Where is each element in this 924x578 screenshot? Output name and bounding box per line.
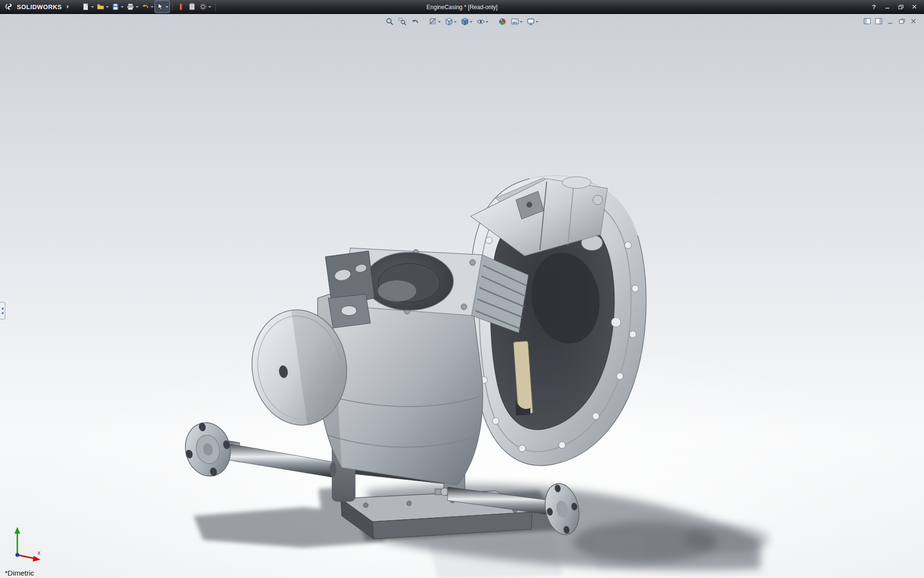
heads-up-view-toolbar — [384, 16, 540, 27]
dropdown-caret[interactable] — [136, 6, 139, 8]
dropdown-caret[interactable] — [208, 6, 211, 8]
appearance-sphere-icon — [498, 17, 507, 26]
apply-scene-icon — [511, 17, 519, 26]
minimize-icon — [886, 18, 894, 25]
toolbar-separator — [215, 2, 216, 11]
solidworks-logo: SOLIDWORKS — [0, 3, 62, 11]
document-close-button[interactable] — [909, 17, 918, 26]
options-button[interactable] — [198, 1, 212, 13]
view-orientation-cube-icon — [445, 17, 453, 26]
orientation-label: *Dimetric — [5, 569, 34, 577]
mount-lugs[interactable] — [325, 251, 374, 328]
view-orientation-button[interactable] — [443, 16, 458, 27]
pane-left-icon — [863, 18, 871, 25]
orientation-triad[interactable]: x — [8, 523, 48, 564]
close-icon — [910, 18, 917, 25]
engine-casing-model[interactable] — [159, 154, 775, 578]
open-icon — [96, 2, 105, 11]
dropdown-caret[interactable] — [520, 21, 523, 23]
minimize-button[interactable] — [882, 2, 893, 11]
dropdown-caret[interactable] — [470, 21, 473, 23]
solidworks-logo-icon — [4, 3, 14, 11]
dropdown-caret[interactable] — [486, 21, 488, 23]
window-controls: ? — [868, 2, 924, 11]
pane-right-button[interactable] — [874, 17, 884, 26]
dropdown-caret[interactable] — [121, 6, 124, 8]
apply-scene-button[interactable] — [509, 16, 524, 27]
dropdown-caret[interactable] — [438, 21, 441, 23]
dropdown-caret[interactable] — [151, 6, 154, 8]
zoom-to-area-button[interactable] — [397, 16, 408, 27]
print-icon — [126, 2, 135, 11]
toolbar-separator — [172, 2, 173, 11]
left-shaft[interactable] — [180, 417, 336, 481]
document-minimize-button[interactable] — [886, 17, 895, 26]
restore-icon — [898, 4, 904, 10]
select-button[interactable] — [155, 1, 169, 13]
new-document-icon — [81, 2, 90, 11]
document-title: EngineCasing * [Read-only] — [426, 0, 497, 14]
zoom-to-fit-icon — [385, 17, 394, 26]
expand-left-arrow-icon — [1, 312, 3, 315]
minimize-icon — [885, 4, 890, 10]
close-icon — [911, 4, 917, 10]
appearance-button[interactable] — [176, 1, 186, 13]
title-bar: SOLIDWORKS — [0, 0, 924, 14]
triad-x-label: x — [38, 550, 40, 556]
display-style-icon — [461, 17, 469, 26]
menu-expand-caret[interactable] — [67, 5, 69, 9]
pane-left-button[interactable] — [862, 17, 872, 26]
save-button[interactable] — [110, 1, 125, 13]
dropdown-caret[interactable] — [106, 6, 109, 8]
options-gear-icon — [199, 2, 207, 11]
maximize-button[interactable] — [895, 2, 907, 11]
zoom-to-fit-button[interactable] — [384, 16, 396, 27]
dropdown-caret[interactable] — [91, 6, 94, 8]
brand-name: SOLIDWORKS — [17, 3, 62, 11]
graphics-area[interactable]: x *Dimetric — [0, 14, 924, 578]
previous-view-button[interactable] — [409, 16, 421, 27]
view-settings-button[interactable] — [525, 16, 540, 27]
dropdown-caret[interactable] — [166, 6, 168, 8]
zoom-to-area-icon — [398, 17, 407, 26]
dropdown-caret[interactable] — [536, 21, 539, 23]
view-settings-monitor-icon — [526, 17, 535, 26]
help-button[interactable]: ? — [868, 2, 880, 11]
edit-appearance-button[interactable] — [497, 16, 508, 27]
section-view-icon — [429, 17, 437, 26]
pane-right-icon — [875, 18, 883, 25]
floor-reflection — [428, 533, 645, 578]
file-properties-button[interactable] — [187, 1, 197, 13]
solidworks-window: SOLIDWORKS — [0, 0, 924, 578]
print-button[interactable] — [125, 1, 140, 13]
restore-icon — [898, 18, 906, 25]
previous-view-icon — [411, 17, 419, 26]
feature-manager-collapsed-tab[interactable] — [0, 302, 5, 319]
appearance-icon — [177, 2, 185, 11]
select-arrow-icon — [156, 2, 165, 11]
undo-icon — [141, 2, 150, 11]
close-button[interactable] — [909, 2, 920, 11]
new-document-button[interactable] — [80, 1, 95, 13]
save-icon — [111, 2, 120, 11]
file-properties-icon — [188, 2, 196, 11]
eye-icon — [476, 17, 485, 26]
expand-left-arrow-icon — [1, 307, 3, 310]
document-restore-button[interactable] — [897, 17, 907, 26]
dropdown-caret[interactable] — [454, 21, 457, 23]
section-view-button[interactable] — [427, 16, 442, 27]
undo-button[interactable] — [140, 1, 154, 13]
document-window-controls — [862, 17, 918, 26]
main-toolbar — [80, 1, 218, 13]
display-style-button[interactable] — [459, 16, 474, 27]
left-flange[interactable] — [180, 417, 237, 481]
open-button[interactable] — [95, 1, 110, 13]
hide-show-items-button[interactable] — [475, 16, 490, 27]
